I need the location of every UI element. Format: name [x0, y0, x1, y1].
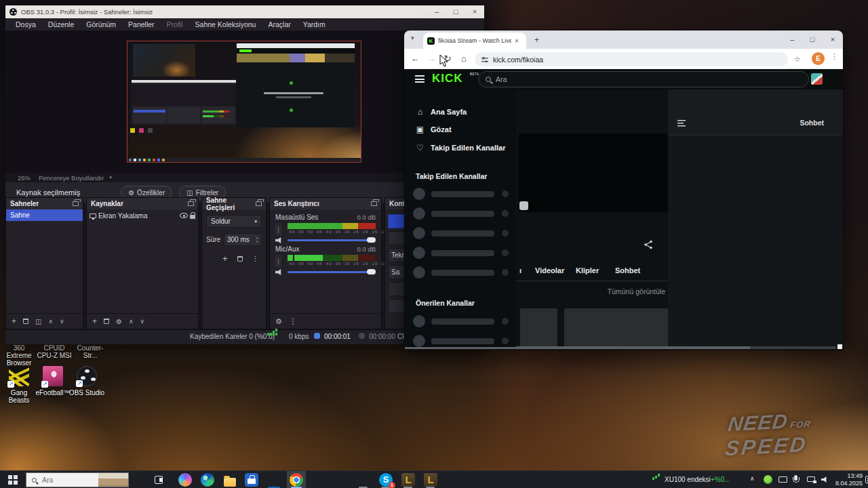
- scene-list-item[interactable]: Sahne: [6, 209, 83, 221]
- duration-spinbox[interactable]: 300 ms ∧ ∨: [224, 233, 262, 246]
- tray-app-icon[interactable]: [764, 475, 772, 484]
- network-icon[interactable]: [807, 476, 815, 482]
- tab-close-icon[interactable]: ×: [515, 37, 519, 45]
- obs-menu-sahne-koleksiyonu[interactable]: Sahne Koleksiyonu: [189, 20, 262, 28]
- forward-button[interactable]: →: [423, 54, 439, 64]
- cast-display-icon[interactable]: [778, 476, 787, 483]
- start-button[interactable]: [8, 475, 12, 479]
- back-button[interactable]: ←: [407, 54, 423, 64]
- obs-menu-profil[interactable]: Profil: [161, 20, 189, 28]
- chrome-close-button[interactable]: ×: [823, 30, 843, 48]
- obs-menu-paneller[interactable]: Paneller: [122, 20, 161, 28]
- store-icon[interactable]: [245, 473, 258, 487]
- edge-icon[interactable]: [201, 473, 214, 487]
- remove-scene-button[interactable]: [23, 319, 28, 324]
- chrome-menu-kebab-icon[interactable]: ⋮: [831, 52, 838, 61]
- lock-icon[interactable]: [190, 215, 195, 219]
- mic-aux-kebab-icon[interactable]: ⋮: [274, 254, 283, 268]
- add-scene-button[interactable]: +: [12, 317, 16, 326]
- obs-menu-duzenle[interactable]: Düzenle: [42, 20, 81, 28]
- kick-user-avatar[interactable]: [811, 73, 823, 85]
- desktop-icon-obs-studio[interactable]: ↗ OBS Studio: [68, 366, 106, 396]
- hamburger-menu-icon[interactable]: [415, 75, 425, 83]
- home-button[interactable]: ⌂: [456, 54, 472, 64]
- sources-panel-header[interactable]: Kaynaklar: [87, 198, 198, 209]
- obs-menu-araclar[interactable]: Araçlar: [262, 20, 296, 28]
- stock-widget-label[interactable]: XU100 endeksi: [665, 476, 711, 483]
- move-source-up-button[interactable]: ∧: [129, 318, 134, 325]
- file-explorer-icon[interactable]: [223, 473, 237, 487]
- desktop-icon-label-360browser[interactable]: 360 Extreme Browser: [1, 344, 37, 367]
- share-icon[interactable]: [644, 240, 653, 249]
- popout-icon[interactable]: [73, 201, 79, 206]
- transition-menu-kebab-icon[interactable]: ⋮: [252, 255, 259, 262]
- advanced-audio-gear-icon[interactable]: ⚙: [275, 317, 282, 326]
- stock-chart-icon[interactable]: [652, 477, 654, 480]
- source-properties-button[interactable]: ⚙: [116, 318, 122, 325]
- remove-source-button[interactable]: [104, 319, 109, 324]
- sidebar-item-browse[interactable]: ▣ Gözat: [404, 122, 516, 137]
- site-settings-icon[interactable]: [481, 57, 488, 62]
- popout-icon[interactable]: [188, 201, 194, 206]
- address-bar[interactable]: kick.com/fikoiaa: [475, 52, 788, 66]
- bookmark-star-icon[interactable]: ☆: [794, 55, 801, 64]
- tab-about-fragment[interactable]: ı: [519, 266, 521, 274]
- speaker-icon[interactable]: [275, 269, 283, 275]
- tab-clips[interactable]: Klipler: [576, 266, 599, 274]
- game-icon-1[interactable]: L: [401, 473, 415, 487]
- obs-close-button[interactable]: ×: [465, 5, 484, 18]
- visibility-eye-icon[interactable]: [180, 213, 188, 218]
- game-icon-2[interactable]: L: [424, 473, 437, 487]
- kick-search-bar[interactable]: [478, 71, 809, 87]
- desktop-audio-kebab-icon[interactable]: ⋮: [274, 222, 283, 237]
- sidebar-item-followed[interactable]: ♡ Takip Edilen Kanallar: [404, 140, 516, 155]
- tab-chat[interactable]: Sohbet: [615, 266, 640, 274]
- skype-icon[interactable]: S 1: [379, 473, 393, 487]
- task-view-button[interactable]: [155, 476, 163, 484]
- volume-icon[interactable]: [821, 476, 828, 483]
- chrome-maximize-button[interactable]: □: [802, 30, 823, 48]
- desktop-icon-efootball[interactable]: ↗ eFootball™: [34, 366, 72, 396]
- chrome-profile-avatar[interactable]: E: [812, 52, 825, 65]
- taskbar-clock[interactable]: 13:49 8.04.2025: [831, 472, 863, 487]
- add-transition-button[interactable]: +: [222, 253, 228, 264]
- taskbar-search-box[interactable]: [26, 472, 129, 487]
- browser-tab[interactable]: K fikoiaa Stream - Watch Live on ×: [423, 33, 526, 49]
- new-tab-button[interactable]: +: [534, 35, 539, 45]
- obs-menu-yardim[interactable]: Yardım: [297, 20, 332, 28]
- video-player-placeholder[interactable]: [519, 134, 668, 212]
- view-all-link[interactable]: Tümünü görüntüle: [608, 287, 665, 296]
- obs-maximize-button[interactable]: □: [446, 5, 465, 18]
- mic-aux-volume-slider[interactable]: [288, 271, 376, 273]
- move-scene-up-button[interactable]: ∧: [48, 318, 53, 325]
- transitions-panel-header[interactable]: Sahne Geçişleri: [202, 198, 266, 209]
- spin-down-icon[interactable]: ∨: [256, 240, 258, 243]
- search-box-daily-image[interactable]: [98, 473, 128, 487]
- mixer-panel-header[interactable]: Ses Karıştırıcı: [270, 198, 381, 209]
- transition-select[interactable]: Soldur ▾: [206, 215, 262, 228]
- chrome-icon[interactable]: [290, 473, 303, 487]
- microphone-icon[interactable]: [794, 475, 797, 481]
- desktop-icon-label-counterstrike[interactable]: Counter-Str...: [72, 344, 108, 359]
- add-source-button[interactable]: +: [92, 317, 97, 326]
- notification-center-icon[interactable]: [865, 476, 868, 483]
- obs-menu-dosya[interactable]: Dosya: [9, 20, 42, 28]
- popout-icon[interactable]: [256, 201, 262, 206]
- chat-collapse-icon[interactable]: [677, 120, 686, 127]
- popout-icon[interactable]: [371, 201, 377, 206]
- sidebar-item-home[interactable]: ⌂ Ana Sayfa: [404, 104, 516, 119]
- tab-videos[interactable]: Videolar: [535, 266, 564, 274]
- kick-logo[interactable]: KICK: [432, 72, 463, 85]
- obs-titlebar[interactable]: OBS 31.0.3 - Profil: İsimsiz - Sahneler:…: [5, 5, 484, 18]
- chevron-down-icon[interactable]: ▾: [109, 175, 112, 180]
- stock-change-value[interactable]: +%0...: [711, 476, 730, 483]
- move-source-down-button[interactable]: ∨: [140, 318, 145, 325]
- source-list-item[interactable]: Ekran Yakalama: [87, 209, 198, 222]
- mixer-menu-kebab-icon[interactable]: ⋮: [289, 317, 297, 326]
- desktop-audio-volume-slider[interactable]: [288, 239, 376, 241]
- desktop-icon-label-cpuz[interactable]: CPUID CPU-Z MSI: [36, 344, 73, 359]
- move-scene-down-button[interactable]: ∨: [60, 318, 64, 325]
- scene-filters-button[interactable]: ◫: [35, 318, 41, 325]
- tab-search-chevron-icon[interactable]: ▾: [411, 35, 414, 41]
- speaker-icon[interactable]: [275, 237, 283, 243]
